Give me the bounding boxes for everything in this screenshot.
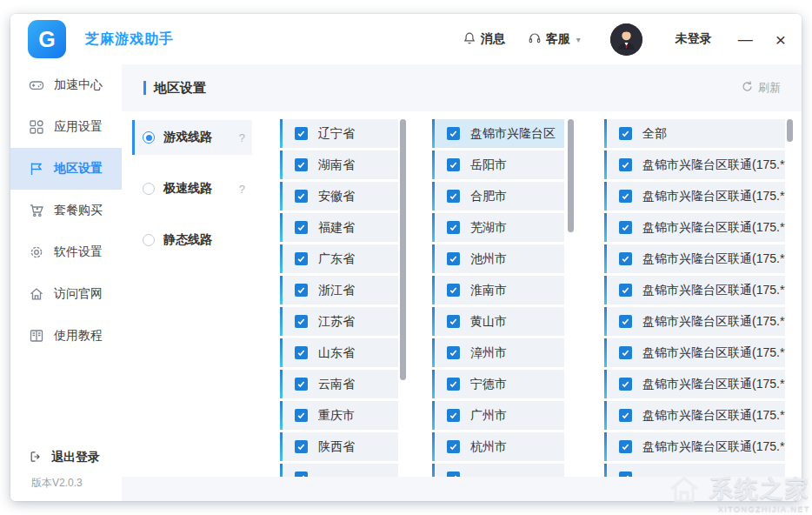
checkbox-checked-icon[interactable]	[447, 378, 460, 391]
province-row[interactable]: 云南省	[280, 370, 398, 398]
logout-button[interactable]: 退出登录	[10, 443, 122, 472]
avatar[interactable]	[610, 23, 642, 56]
radio-selected-icon[interactable]	[143, 131, 155, 144]
checkbox-checked-icon[interactable]	[619, 378, 632, 391]
checkbox-checked-icon[interactable]	[619, 472, 632, 477]
scrollbar[interactable]	[787, 119, 793, 142]
radio-icon[interactable]	[143, 183, 155, 195]
login-status[interactable]: 未登录	[676, 31, 712, 47]
line-option-2[interactable]: 静态线路	[132, 223, 252, 258]
server-row[interactable]: 盘锦市兴隆台区联通(175.**	[604, 276, 785, 304]
checkbox-checked-icon[interactable]	[295, 440, 308, 453]
server-row[interactable]: 盘锦市兴隆台区联通(175.**	[604, 182, 785, 211]
checkbox-checked-icon[interactable]	[295, 252, 308, 265]
radio-icon[interactable]	[143, 234, 155, 246]
city-row[interactable]: 岳阳市	[432, 150, 564, 179]
help-icon[interactable]: ?	[239, 183, 245, 196]
server-row[interactable]: 盘锦市兴隆台区联通(175.**	[604, 338, 785, 367]
minimize-button[interactable]: —	[738, 32, 753, 47]
support-button[interactable]: 客服 ▾	[528, 31, 581, 48]
checkbox-checked-icon[interactable]	[295, 158, 308, 171]
checkbox-checked-icon[interactable]	[447, 472, 460, 477]
line-option-0[interactable]: 游戏线路?	[132, 120, 252, 155]
province-row[interactable]: 江苏省	[280, 307, 398, 336]
checkbox-checked-icon[interactable]	[619, 284, 632, 297]
server-row[interactable]: 盘锦市兴隆台区联通(175.**	[604, 401, 785, 430]
province-row[interactable]: 重庆市	[280, 401, 398, 430]
checkbox-checked-icon[interactable]	[295, 221, 308, 234]
server-row[interactable]: 盘锦市兴隆台区联通(175.**	[604, 307, 785, 336]
row-label: 淮南市	[470, 283, 507, 298]
server-row[interactable]: 盘锦市兴隆台区联通(175.**	[604, 432, 785, 461]
server-row[interactable]: 全部	[604, 119, 785, 148]
city-row[interactable]: 宁德市	[432, 370, 564, 398]
city-row[interactable]	[432, 464, 564, 477]
sidebar-item-3[interactable]: 套餐购买	[10, 190, 122, 231]
checkbox-checked-icon[interactable]	[619, 409, 632, 422]
help-icon[interactable]: ?	[239, 131, 245, 144]
checkbox-checked-icon[interactable]	[447, 252, 460, 265]
checkbox-checked-icon[interactable]	[619, 158, 632, 171]
checkbox-checked-icon[interactable]	[619, 127, 632, 140]
sidebar-item-6[interactable]: 使用教程	[10, 315, 122, 357]
province-row[interactable]: 福建省	[280, 213, 398, 242]
city-row[interactable]: 芜湖市	[432, 213, 564, 242]
city-row[interactable]: 盘锦市兴隆台区	[432, 119, 564, 148]
city-row[interactable]: 合肥市	[432, 182, 564, 211]
checkbox-checked-icon[interactable]	[447, 284, 460, 297]
sidebar-item-5[interactable]: 访问官网	[10, 273, 122, 315]
checkbox-checked-icon[interactable]	[619, 221, 632, 234]
province-row[interactable]: 山东省	[280, 338, 398, 367]
city-row[interactable]: 漳州市	[432, 338, 564, 367]
checkbox-checked-icon[interactable]	[295, 346, 308, 359]
province-row[interactable]: 安徽省	[280, 182, 398, 211]
messages-button[interactable]: 消息	[463, 31, 505, 48]
checkbox-checked-icon[interactable]	[447, 346, 460, 359]
province-row[interactable]: 陕西省	[280, 432, 398, 461]
checkbox-checked-icon[interactable]	[619, 440, 632, 453]
checkbox-checked-icon[interactable]	[619, 346, 632, 359]
checkbox-checked-icon[interactable]	[295, 472, 308, 477]
checkbox-checked-icon[interactable]	[295, 284, 308, 297]
line-option-1[interactable]: 极速线路?	[132, 171, 252, 206]
server-row[interactable]: 盘锦市兴隆台区联通(175.**	[604, 244, 785, 273]
checkbox-checked-icon[interactable]	[295, 409, 308, 422]
server-row[interactable]: 盘锦市兴隆台区联通(175.**	[604, 150, 785, 179]
checkbox-checked-icon[interactable]	[447, 158, 460, 171]
server-row[interactable]: 盘锦市兴隆台区联通(175.**	[604, 213, 785, 242]
checkbox-checked-icon[interactable]	[447, 190, 460, 203]
sidebar-item-4[interactable]: 软件设置	[10, 231, 122, 273]
checkbox-checked-icon[interactable]	[619, 252, 632, 265]
city-row[interactable]: 杭州市	[432, 432, 564, 461]
province-row[interactable]: 广东省	[280, 244, 398, 273]
province-row[interactable]: 湖南省	[280, 150, 398, 179]
sidebar-item-0[interactable]: 加速中心	[10, 64, 122, 106]
province-row[interactable]	[280, 464, 398, 477]
city-row[interactable]: 黄山市	[432, 307, 564, 336]
checkbox-checked-icon[interactable]	[295, 378, 308, 391]
province-row[interactable]: 浙江省	[280, 276, 398, 304]
checkbox-checked-icon[interactable]	[295, 190, 308, 203]
checkbox-checked-icon[interactable]	[447, 221, 460, 234]
city-row[interactable]: 池州市	[432, 244, 564, 273]
city-row[interactable]: 淮南市	[432, 276, 564, 304]
checkbox-checked-icon[interactable]	[447, 409, 460, 422]
checkbox-checked-icon[interactable]	[447, 127, 460, 140]
server-row[interactable]	[604, 464, 785, 477]
checkbox-checked-icon[interactable]	[447, 440, 460, 453]
refresh-button[interactable]: 刷新	[741, 80, 781, 96]
checkbox-checked-icon[interactable]	[619, 315, 632, 328]
city-row[interactable]: 广州市	[432, 401, 564, 430]
sidebar-item-1[interactable]: 应用设置	[10, 106, 122, 148]
server-row[interactable]: 盘锦市兴隆台区联通(175.**	[604, 370, 785, 398]
checkbox-checked-icon[interactable]	[295, 315, 308, 328]
checkbox-checked-icon[interactable]	[295, 127, 308, 140]
checkbox-checked-icon[interactable]	[447, 315, 460, 328]
scrollbar[interactable]	[568, 119, 574, 232]
sidebar-item-2[interactable]: 地区设置	[10, 148, 122, 190]
province-row[interactable]: 辽宁省	[280, 119, 398, 148]
scrollbar[interactable]	[400, 119, 406, 380]
close-button[interactable]: ×	[775, 30, 786, 49]
checkbox-checked-icon[interactable]	[619, 190, 632, 203]
sidebar-item-label: 套餐购买	[54, 203, 103, 218]
